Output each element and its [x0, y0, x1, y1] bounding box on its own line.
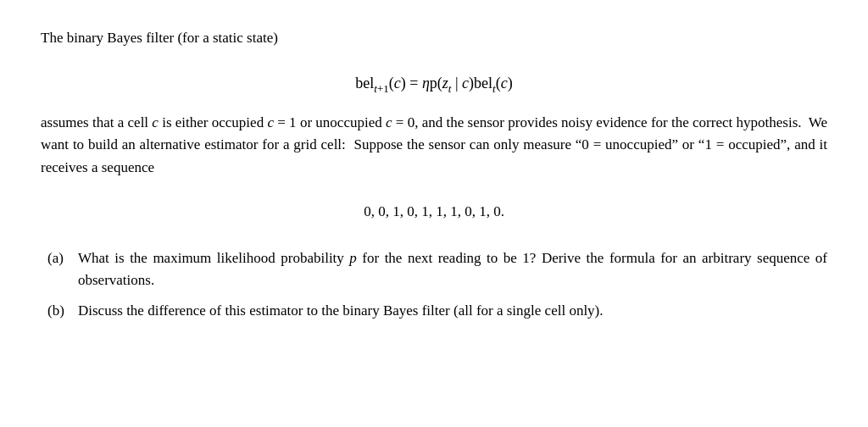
- question-label-b: (b): [41, 300, 71, 322]
- formula-display: belt+1(c) = ηp(zt | c)belt(c): [355, 75, 512, 92]
- questions-list: (a) What is the maximum likelihood proba…: [41, 247, 827, 323]
- question-label-a: (a): [41, 247, 71, 269]
- body-text: assumes that a cell c is either occupied…: [41, 112, 827, 179]
- formula-block: belt+1(c) = ηp(zt | c)belt(c): [41, 69, 827, 97]
- question-content-b: Discuss the difference of this estimator…: [78, 300, 827, 322]
- intro-paragraph: The binary Bayes filter (for a static st…: [41, 30, 278, 46]
- sequence-display: 0, 0, 1, 0, 1, 1, 1, 0, 1, 0.: [364, 203, 504, 219]
- sequence-block: 0, 0, 1, 0, 1, 1, 1, 0, 1, 0.: [41, 199, 827, 225]
- question-content-a: What is the maximum likelihood probabili…: [78, 247, 827, 292]
- page: The binary Bayes filter (for a static st…: [0, 0, 868, 427]
- intro-text: The binary Bayes filter (for a static st…: [41, 27, 827, 49]
- question-item-a: (a) What is the maximum likelihood proba…: [41, 247, 827, 292]
- question-item-b: (b) Discuss the difference of this estim…: [41, 300, 827, 322]
